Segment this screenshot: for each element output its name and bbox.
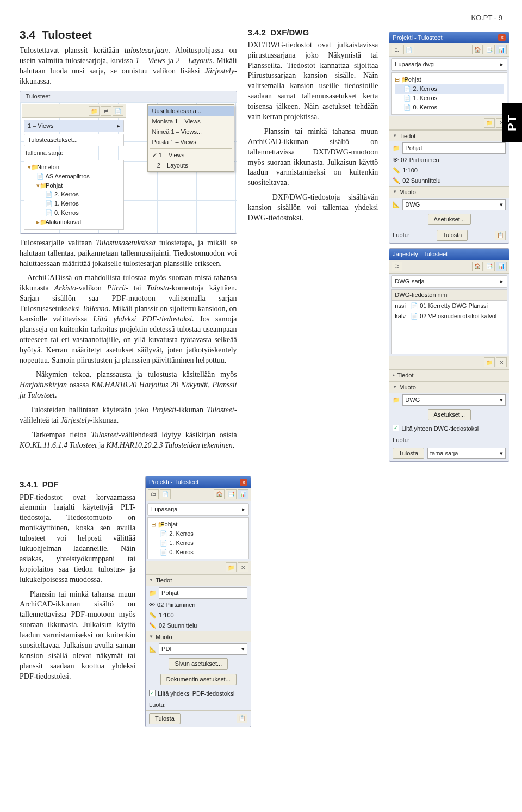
para: ArchiCADissä on mahdollista tulostaa myö…: [20, 273, 237, 365]
tulosta-button[interactable]: Tulosta: [149, 713, 181, 724]
tab-icon[interactable]: 📊: [496, 45, 507, 54]
format-dropdown[interactable]: DWG▾: [402, 199, 506, 210]
section-muoto[interactable]: ▼Muoto: [389, 186, 509, 198]
tree[interactable]: ⊟ 📁 Pohjat 📄 2. Kerros 📄 1. Kerros 📄 0. …: [391, 72, 507, 114]
para: Tulostettavat planssit kerätään tulostes…: [20, 46, 237, 87]
table[interactable]: DWG-tiedoston nimi nssi 📄 01 Kierretty D…: [391, 289, 507, 355]
para: Tulostesarjalle valitaan Tulostusasetuks…: [20, 238, 237, 269]
context-menu[interactable]: Uusi tulostesarja... Monista 1 – Views N…: [147, 104, 234, 172]
menu-item[interactable]: Monista 1 – Views: [148, 116, 234, 127]
para: Tarkempaa tietoa Tulosteet-välilehdestä …: [20, 430, 237, 451]
page-header: KO.PT - 9: [20, 13, 502, 23]
merge-checkbox[interactable]: ✓Liitä yhdeksi PDF-tiedostoksi: [146, 687, 251, 700]
settings-row[interactable]: Tulosteasetukset...: [24, 134, 124, 146]
toolbar-icon[interactable]: ✕: [238, 562, 248, 572]
field: Pohjat: [402, 142, 506, 154]
para: DXF/DWG-tiedostoja sisältävän kansion si…: [248, 193, 378, 224]
heading-3-4-2: 3.4.2 DXF/DWG: [248, 27, 378, 38]
set-dropdown[interactable]: 1 – Views▸: [24, 120, 124, 132]
toolbar-icon[interactable]: 📋: [237, 714, 247, 723]
doc-settings-button[interactable]: Dokumentin asetukset...: [160, 674, 237, 685]
para: DXF/DWG-tiedostot ovat julkaistavissa pi…: [248, 40, 378, 122]
tab-icon[interactable]: 📊: [496, 262, 507, 271]
section-muoto[interactable]: ▼Muoto: [146, 631, 251, 643]
page-settings-button[interactable]: Sivun asetukset...: [169, 658, 228, 670]
titlebar: Projekti - Tulosteet ×: [389, 32, 509, 44]
tab-icon[interactable]: 📑: [484, 262, 495, 271]
screenshot-pdf: Projekti - Tulosteet × 🗂 📄 🏠 📑 📊 Lupasar…: [145, 476, 251, 727]
set-dropdown[interactable]: Lupasarja▸: [147, 503, 249, 516]
field: Pohjat: [159, 587, 247, 599]
tulosta-button[interactable]: Tulosta: [437, 230, 468, 241]
toolbar-icon[interactable]: 📄: [113, 106, 123, 116]
menu-item[interactable]: Poista 1 – Views: [148, 137, 234, 147]
close-icon[interactable]: ×: [240, 479, 247, 486]
tab-icon[interactable]: 🏠: [214, 489, 225, 499]
tab-icon[interactable]: 📄: [403, 45, 414, 54]
menu-item[interactable]: 2 – Layouts: [148, 160, 234, 171]
set-dropdown[interactable]: Lupasarja dwg▸: [391, 58, 507, 71]
settings-button[interactable]: Asetukset...: [428, 409, 471, 420]
toolbar-icon[interactable]: 📋: [495, 231, 506, 240]
set-dropdown[interactable]: DWG-sarja▸: [391, 275, 507, 288]
tab-icon[interactable]: 🗂: [391, 262, 402, 271]
tab-icon[interactable]: 🏠: [472, 45, 483, 54]
screenshot-dwg-top: Projekti - Tulosteet × 🗂 📄 🏠 📑 📊 Lupasar…: [389, 32, 509, 244]
toolbar-icon[interactable]: 📁: [484, 118, 495, 128]
para: PDF-tiedostot ovat korvaamassa aiemmin l…: [20, 493, 135, 585]
menu-item[interactable]: Uusi tulostesarja...: [148, 106, 234, 116]
toolbar-icon[interactable]: ⇄: [101, 106, 111, 116]
tab-icon[interactable]: 📊: [238, 489, 248, 499]
settings-button[interactable]: Asetukset...: [428, 214, 471, 225]
screenshot-tulosteet-menu: - Tulosteet 📁 ⇄ 📄 1 – Views▸: [20, 91, 237, 233]
tab-icon[interactable]: 🏠: [472, 262, 483, 271]
toolbar-icon[interactable]: 📁: [484, 357, 495, 367]
tulosta-button[interactable]: Tulosta: [393, 448, 424, 459]
luotu-label: Luotu:: [393, 436, 409, 444]
side-tab-pt: PT: [502, 103, 522, 142]
toolbar-icon[interactable]: ✕: [496, 357, 507, 367]
tab-icon[interactable]: 📑: [226, 489, 237, 499]
section-tiedot[interactable]: ▼Tiedot: [389, 130, 509, 142]
format-dropdown[interactable]: PDF▾: [159, 643, 247, 655]
tab-icon[interactable]: 🗂: [148, 489, 159, 499]
titlebar: Järjestely - Tulosteet: [389, 249, 509, 260]
para: Tulosteiden hallintaan käytetään joko Pr…: [20, 405, 237, 426]
para: Näkymien tekoa, planssausta ja tulostust…: [20, 370, 237, 401]
luotu-label: Luotu:: [149, 701, 166, 709]
titlebar: Projekti - Tulosteet ×: [146, 476, 251, 488]
scope-dropdown[interactable]: tämä sarja▾: [427, 448, 506, 459]
menu-item[interactable]: ✓ 1 – Views: [148, 150, 234, 160]
section-tiedot[interactable]: ▸Tiedot: [389, 369, 509, 381]
close-icon[interactable]: ×: [498, 34, 506, 41]
section-tiedot[interactable]: ▼Tiedot: [146, 574, 251, 586]
heading-3-4: 3.4 Tulosteet: [20, 27, 237, 42]
toolbar-icon[interactable]: 📁: [89, 106, 100, 116]
tab-icon[interactable]: 📄: [160, 489, 171, 499]
format-dropdown[interactable]: DWG▾: [402, 394, 506, 406]
para: Planssin tai minkä tahansa muun ArchiCAD…: [20, 590, 135, 682]
section-muoto[interactable]: ▼Muoto: [389, 381, 509, 393]
save-label: Tallenna sarja:: [22, 148, 126, 158]
toolbar-icon[interactable]: 📁: [226, 562, 237, 572]
menu-item[interactable]: Nimeä 1 – Views...: [148, 127, 234, 137]
tree[interactable]: ▾📁 Nimetön 📄 AS Asemapiirros ▾📁 Pohjat 📄…: [24, 160, 124, 230]
screenshot-dwg-bottom: Järjestely - Tulosteet 🗂 🏠 📑 📊 DWG-sarja…: [389, 248, 509, 462]
tab-icon[interactable]: 📑: [484, 45, 495, 54]
para: Planssin tai minkä tahansa muun ArchiCAD…: [248, 127, 378, 188]
tab-icon[interactable]: 🗂: [391, 45, 402, 54]
tree[interactable]: ⊟ 📁 Pohjat 📄 2. Kerros 📄 1. Kerros 📄 0. …: [147, 517, 249, 559]
luotu-label: Luotu:: [393, 231, 409, 239]
heading-3-4-1: 3.4.1 PDF: [20, 479, 135, 490]
merge-checkbox[interactable]: ✓Liitä yhteen DWG-tiedostoksi: [389, 423, 509, 435]
